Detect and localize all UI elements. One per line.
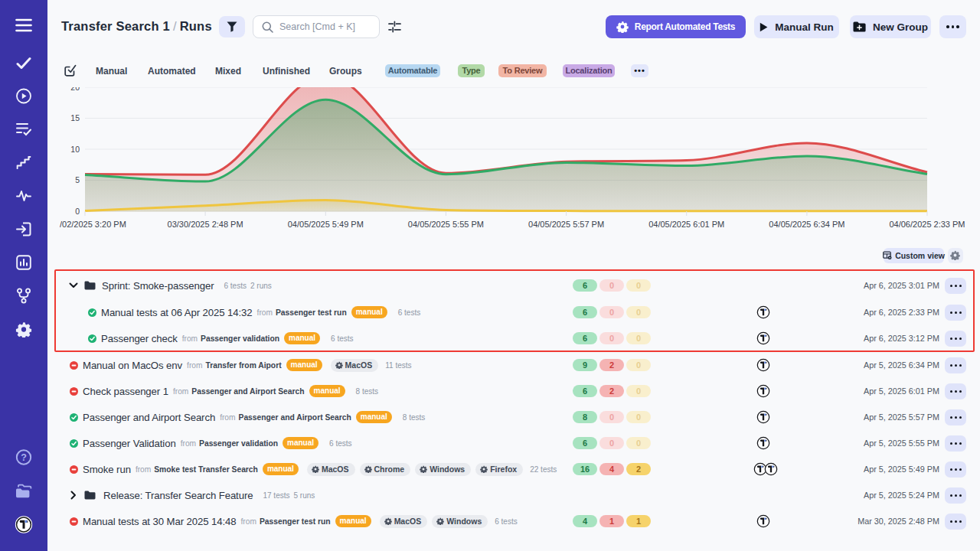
svg-text:/02/2025 3:20 PM: /02/2025 3:20 PM bbox=[60, 220, 126, 229]
svg-text:10: 10 bbox=[70, 145, 80, 154]
svg-text:03/30/2025 2:48 PM: 03/30/2025 2:48 PM bbox=[168, 220, 243, 229]
svg-text:04/06/2025 2:33 PM: 04/06/2025 2:33 PM bbox=[889, 220, 965, 229]
svg-text:5: 5 bbox=[75, 175, 80, 184]
svg-text:04/05/2025 5:49 PM: 04/05/2025 5:49 PM bbox=[288, 220, 364, 229]
svg-text:0: 0 bbox=[75, 207, 80, 216]
svg-text:04/05/2025 6:34 PM: 04/05/2025 6:34 PM bbox=[769, 220, 844, 229]
svg-text:15: 15 bbox=[70, 113, 80, 122]
svg-text:?: ? bbox=[21, 452, 27, 463]
svg-text:04/05/2025 6:01 PM: 04/05/2025 6:01 PM bbox=[648, 220, 724, 229]
svg-text:04/05/2025 5:57 PM: 04/05/2025 5:57 PM bbox=[528, 220, 604, 229]
svg-text:04/05/2025 5:55 PM: 04/05/2025 5:55 PM bbox=[408, 220, 484, 229]
